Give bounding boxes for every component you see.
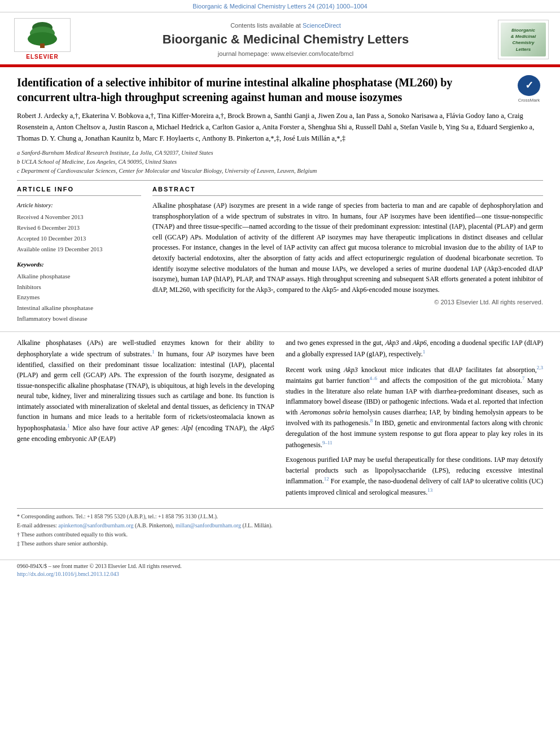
keywords-section: Keywords: Alkaline phosphatase Inhibitor… [17,260,141,324]
issn-line: 0960-894X/$ – see front matter © 2013 El… [17,562,543,570]
journal-reference-text: Bioorganic & Medicinal Chemistry Letters… [193,3,367,10]
affiliation-c: c Department of Cardiovascular Sciences,… [17,167,543,176]
history-accepted: Accepted 10 December 2013 [17,234,141,244]
authors-text: Robert J. Ardecky a,†, Ekaterina V. Bobk… [17,112,534,142]
keyword-5: Inflammatory bowel disease [17,313,141,324]
footnote-dagger2: ‡ These authors share senior authorship. [17,539,543,548]
ref-4-6: 4–6 [369,375,377,381]
body-paragraph-2: and two genes expressed in the gut, Akp3… [286,338,543,359]
body-paragraph-1: Alkaline phosphatases (APs) are well-stu… [17,338,274,444]
bottom-bar: 0960-894X/$ – see front matter © 2013 El… [0,560,560,582]
journal-header: ELSEVIER Contents lists available at Sci… [0,12,560,65]
elsevier-wordmark: ELSEVIER [26,53,58,61]
ref-1c: 1 [423,349,426,355]
ref-1: 1 [152,349,155,355]
ref-7: 7 [522,375,525,381]
body-paragraph-4: Exogenous purified IAP may be useful the… [286,455,543,497]
history-received: Received 4 November 2013 [17,212,141,223]
crossmark-icon: ✓ [518,75,540,96]
ref-1b: 1 [67,423,70,429]
doi-link[interactable]: http://dx.doi.org/10.1016/j.bmcl.2013.12… [17,571,119,577]
ref-8: 8 [370,418,373,423]
abstract-column: ABSTRACT Alkaline phosphatase (AP) isozy… [152,185,543,324]
body-col-left: Alkaline phosphatases (APs) are well-stu… [17,338,274,502]
affiliation-a: a Sanford-Burnham Medical Research Insti… [17,148,543,158]
keyword-2: Inhibitors [17,282,141,292]
article-section: Identification of a selective inhibitor … [0,67,560,329]
history-revised: Revised 6 December 2013 [17,223,141,234]
journal-cover-image: Bioorganic & Medicinal Chemistry Letters [501,23,546,56]
ref-2-3: 2,3 [537,365,543,370]
svg-rect-3 [40,43,45,48]
abstract-header: ABSTRACT [152,185,543,196]
history-label: Article history: [17,200,141,211]
journal-title: Bioorganic & Medicinal Chemistry Letters [85,32,487,47]
article-history: Article history: Received 4 November 201… [17,200,141,255]
keywords-label: Keywords: [17,260,141,269]
email-link-2[interactable]: millan@sanfordburnham.org [176,522,241,528]
keyword-4: Intestinal alkaline phosphatase [17,303,141,313]
footnote-corresponding: * Corresponding authors. Tel.: +1 858 79… [17,512,543,521]
section-divider [17,180,543,181]
affiliations-block: a Sanford-Burnham Medical Research Insti… [17,148,543,175]
article-title-row: Identification of a selective inhibitor … [17,75,543,104]
copyright-line: © 2013 Elsevier Ltd. All rights reserved… [152,298,543,307]
article-title: Identification of a selective inhibitor … [17,75,515,104]
article-info-column: ARTICLE INFO Article history: Received 4… [17,185,141,324]
ref-13: 13 [427,487,432,493]
article-info-abstract-section: ARTICLE INFO Article history: Received 4… [17,185,543,324]
sciencedirect-link[interactable]: ScienceDirect [303,22,341,29]
journal-logo-right: Bioorganic & Medicinal Chemistry Letters [498,20,549,59]
elsevier-logo-box [14,18,71,52]
body-section: Alkaline phosphatases (APs) are well-stu… [0,331,560,553]
authors-block: Robert J. Ardecky a,†, Ekaterina V. Bobk… [17,110,543,144]
journal-reference-bar: Bioorganic & Medicinal Chemistry Letters… [0,0,560,12]
doi-line: http://dx.doi.org/10.1016/j.bmcl.2013.12… [17,570,543,578]
abstract-text: Alkaline phosphatase (AP) isozymes are p… [152,200,543,295]
email-link-1[interactable]: apinkerton@sanfordburnham.org [58,522,133,528]
footnotes-section: * Corresponding authors. Tel.: +1 858 79… [17,508,543,548]
footnote-email: E-mail addresses: apinkerton@sanfordburn… [17,521,543,530]
affiliation-b: b UCLA School of Medicine, Los Angeles, … [17,158,543,167]
body-two-col: Alkaline phosphatases (APs) are well-stu… [17,338,543,502]
keyword-1: Alkaline phosphatase [17,271,141,282]
body-col-right: and two genes expressed in the gut, Akp3… [286,338,543,502]
elsevier-tree-svg [23,21,62,49]
body-paragraph-3: Recent work using Akp3 knockout mice ind… [286,364,543,451]
keyword-3: Enzymes [17,292,141,303]
footnote-dagger1: † These authors contributed equally to t… [17,530,543,539]
homepage-line: journal homepage: www.elsevier.com/locat… [85,50,487,58]
elsevier-logo: ELSEVIER [11,18,73,61]
history-available: Available online 19 December 2013 [17,244,141,255]
crossmark-badge[interactable]: ✓ CrossMark [515,75,543,103]
contents-text: Contents lists available at [230,22,301,29]
crossmark-label: CrossMark [518,97,540,103]
ref-9-11: 9–11 [322,440,333,445]
article-info-header: ARTICLE INFO [17,185,141,196]
journal-center-header: Contents lists available at ScienceDirec… [73,21,498,58]
ref-12: 12 [324,476,329,482]
contents-line: Contents lists available at ScienceDirec… [85,21,487,30]
